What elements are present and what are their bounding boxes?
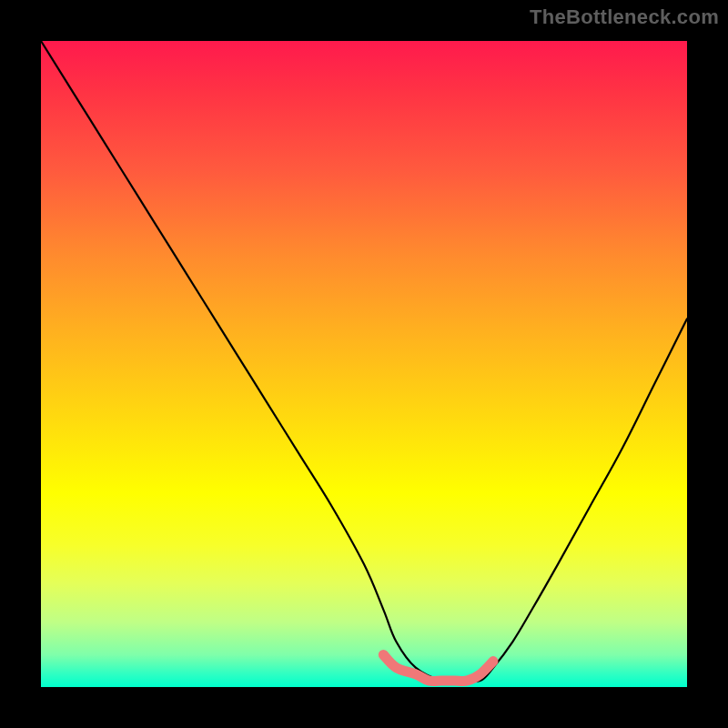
- black-curve: [41, 41, 687, 682]
- plot-gradient-area: [41, 41, 687, 687]
- watermark-text: TheBottleneck.com: [530, 5, 719, 29]
- pink-curve-segment: [383, 655, 493, 682]
- chart-frame: TheBottleneck.com: [0, 0, 728, 728]
- curve-overlay: [41, 41, 687, 687]
